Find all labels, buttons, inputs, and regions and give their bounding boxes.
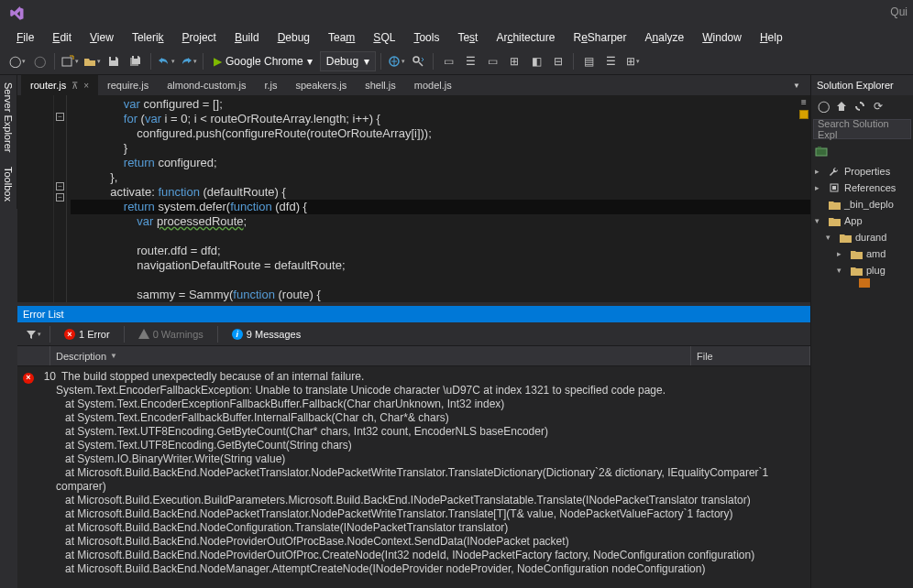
sol-home-button[interactable] [833,98,850,114]
errors-filter[interactable]: × 1 Error [57,327,117,342]
tool-btn-9[interactable]: ⊞▾ [622,51,643,71]
messages-filter[interactable]: i 9 Messages [225,327,308,342]
code-line[interactable] [71,273,810,288]
menu-team[interactable]: Team [319,29,364,46]
error-row[interactable]: × 10 The build stopped unexpectedly beca… [23,370,805,384]
start-debug-button[interactable]: ▶ Google Chrome ▾ [208,51,318,71]
fold-toggle[interactable]: − [56,113,64,121]
find-button[interactable] [408,51,428,71]
code-line[interactable]: }, [71,170,810,185]
browser-link-button[interactable]: ▾ [386,51,406,71]
expand-toggle-icon[interactable]: ▾ [826,233,835,242]
menu-tools[interactable]: Tools [404,29,448,46]
code-line[interactable]: sammy = Sammy(function (route) { [71,288,810,302]
toolbox-tab[interactable]: Toolbox [0,159,17,209]
tree-item-references[interactable]: ▸References [811,180,913,196]
menu-help[interactable]: Help [751,29,792,46]
menu-window[interactable]: Window [693,29,751,46]
solution-search-input[interactable]: Search Solution Expl [813,119,911,139]
tool-btn-4[interactable]: ⊞ [504,51,524,71]
col-file[interactable]: File [691,346,810,365]
code-line[interactable]: } [71,141,810,156]
error-list-body[interactable]: × 10 The build stopped unexpectedly beca… [17,366,810,588]
filter-dropdown-button[interactable]: ▾ [23,324,43,344]
expand-toggle-icon[interactable]: ▾ [815,216,824,225]
code-line[interactable]: router.dfd = dfd; [71,244,810,258]
nav-forward-button[interactable]: ◯ [29,51,50,71]
tabs-overflow-button[interactable]: ▼ [786,75,807,95]
code-line[interactable]: for (var i = 0; i < routeOrRouteArray.le… [71,112,810,126]
solution-tree[interactable]: ▸Properties▸References_bin_deplo▾App▾dur… [811,161,913,588]
doc-tab-almond-custom-js[interactable]: almond-custom.js [158,75,255,95]
tree-item-properties[interactable]: ▸Properties [811,163,913,180]
code-line[interactable]: activate: function (defaultRoute) { [71,185,810,200]
undo-button[interactable]: ▾ [156,51,176,71]
server-explorer-tab[interactable]: Server Explorer [0,75,17,159]
expand-toggle-icon[interactable]: ▸ [815,183,824,192]
code-line[interactable]: var configured = []; [71,97,810,112]
menu-telerik[interactable]: Telerik [123,29,173,46]
doc-tab-router-js[interactable]: router.js⊼× [21,75,98,95]
sol-back-button[interactable]: ◯ [815,98,831,114]
menu-edit[interactable]: Edit [43,29,81,46]
menu-file[interactable]: File [7,29,43,46]
solution-explorer-title[interactable]: Solution Explorer [811,75,913,95]
redo-button[interactable]: ▾ [178,51,198,71]
solution-config-dropdown[interactable]: Debug ▾ [320,51,376,71]
tree-item-plug[interactable]: ▾plug [811,262,913,278]
close-icon[interactable]: × [83,81,89,91]
tool-btn-1[interactable]: ▭ [438,51,458,71]
save-all-button[interactable] [126,51,146,71]
menu-build[interactable]: Build [226,29,269,46]
menu-sql[interactable]: SQL [364,29,404,46]
code-line[interactable] [71,229,810,244]
save-button[interactable] [104,51,124,71]
code-content[interactable]: var configured = []; for (var i = 0; i <… [67,95,810,302]
nav-back-button[interactable]: ◯▾ [7,51,28,71]
tool-btn-8[interactable]: ☰ [600,51,621,71]
code-editor[interactable]: − − − var configured = []; for (var i = … [17,95,810,302]
expand-toggle-icon[interactable]: ▾ [837,266,846,275]
expand-toggle-icon[interactable]: ▸ [837,249,846,258]
warnings-filter[interactable]: 0 Warnings [131,327,211,342]
doc-tab-require-js[interactable]: require.js [98,75,158,95]
error-list-title[interactable]: Error List [17,306,810,322]
doc-tab-speakers-js[interactable]: speakers.js [287,75,357,95]
tool-btn-6[interactable]: ⊟ [548,51,568,71]
doc-tab-model-js[interactable]: model.js [405,75,461,95]
col-description[interactable]: Description ▼ [50,346,691,365]
pin-icon[interactable]: ⊼ [72,81,78,91]
menu-project[interactable]: Project [173,29,226,46]
code-line[interactable]: return system.defer(function (dfd) { [71,200,810,214]
tool-btn-3[interactable]: ▭ [482,51,502,71]
sol-refresh-button[interactable]: ⟳ [870,98,886,114]
new-project-button[interactable]: ▾ [60,51,80,71]
tool-btn-2[interactable]: ☰ [460,51,480,71]
split-editor-button[interactable]: ≡ [798,97,809,108]
code-line[interactable]: return configured; [71,156,810,170]
code-line[interactable]: navigationDefaultRoute = defaultRoute; [71,258,810,273]
expand-toggle-icon[interactable]: ▸ [815,167,824,176]
menu-resharper[interactable]: ReSharper [564,29,635,46]
tree-item--bin-deplo[interactable]: _bin_deplo [811,196,913,212]
fold-toggle[interactable]: − [56,193,64,201]
code-line[interactable]: var processedRoute; [71,214,810,229]
tree-item-durand[interactable]: ▾durand [811,229,913,245]
menu-analyze[interactable]: Analyze [636,29,694,46]
menu-test[interactable]: Test [448,29,487,46]
col-icon[interactable] [17,346,50,365]
menu-debug[interactable]: Debug [269,29,319,46]
code-line[interactable]: configured.push(configureRoute(routeOrRo… [71,126,810,141]
menu-architecture[interactable]: Architecture [487,29,564,46]
scrollbar-warning-indicator[interactable] [799,110,808,119]
tree-item-amd[interactable]: ▸amd [811,245,913,262]
open-file-button[interactable]: ▾ [82,51,102,71]
tool-btn-5[interactable]: ◧ [526,51,546,71]
menu-view[interactable]: View [81,29,123,46]
doc-tab-shell-js[interactable]: shell.js [356,75,405,95]
fold-toggle[interactable]: − [56,182,64,191]
tree-item-app[interactable]: ▾App [811,212,913,229]
sol-sync-button[interactable] [852,98,868,114]
tool-btn-7[interactable]: ▤ [578,51,599,71]
doc-tab-r-js[interactable]: r.js [255,75,286,95]
